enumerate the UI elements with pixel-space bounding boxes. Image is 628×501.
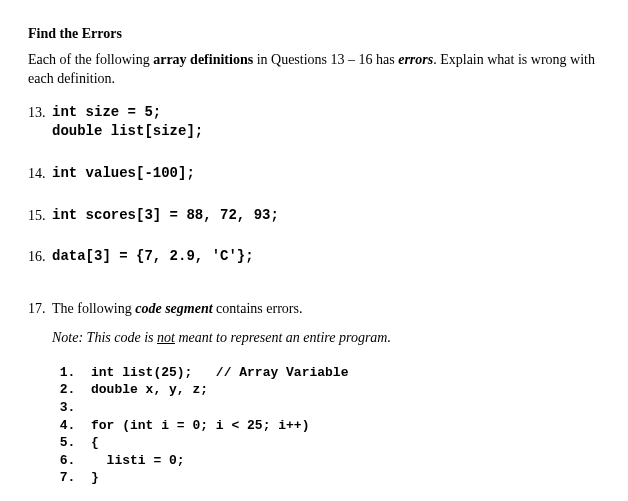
q17-note-underline: not [157, 330, 175, 345]
q17-text-2: contains errors. [213, 301, 303, 316]
question-13: 13. int size = 5; double list[size]; [28, 103, 600, 142]
q14-code-line1: int values[-100]; [52, 164, 195, 184]
q14-number: 14. [28, 164, 52, 184]
q17-text-1: The following [52, 301, 135, 316]
question-15: 15. int scores[3] = 88, 72, 93; [28, 206, 600, 226]
q17-note-t2: meant to represent an entire program. [175, 330, 391, 345]
intro-text-2: in Questions 13 – 16 has [253, 52, 398, 67]
q13-number: 13. [28, 103, 52, 123]
q16-code-line1: data[3] = {7, 2.9, 'C'}; [52, 247, 254, 267]
question-14: 14. int values[-100]; [28, 164, 600, 184]
section-heading: Find the Errors [28, 24, 600, 44]
intro-bold-array-definitions: array definitions [153, 52, 253, 67]
q13-code-line2: double list[size]; [52, 122, 203, 142]
q17-note-t1: Note: This code is [52, 330, 157, 345]
q17-number: 17. [28, 299, 52, 319]
q17-code-listing: 1. int list(25); // Array Variable 2. do… [52, 364, 600, 487]
intro-bold-errors: errors [398, 52, 433, 67]
q16-number: 16. [28, 247, 52, 267]
q15-code-line1: int scores[3] = 88, 72, 93; [52, 206, 279, 226]
question-17: 17. The following code segment contains … [28, 299, 600, 487]
q13-code-line1: int size = 5; [52, 103, 161, 123]
q17-bold-code-segment: code segment [135, 301, 212, 316]
q15-number: 15. [28, 206, 52, 226]
intro-paragraph: Each of the following array definitions … [28, 50, 600, 89]
q17-note: Note: This code is not meant to represen… [52, 328, 600, 348]
q17-intro-text: The following code segment contains erro… [52, 299, 302, 319]
intro-text-1: Each of the following [28, 52, 153, 67]
question-16: 16. data[3] = {7, 2.9, 'C'}; [28, 247, 600, 267]
